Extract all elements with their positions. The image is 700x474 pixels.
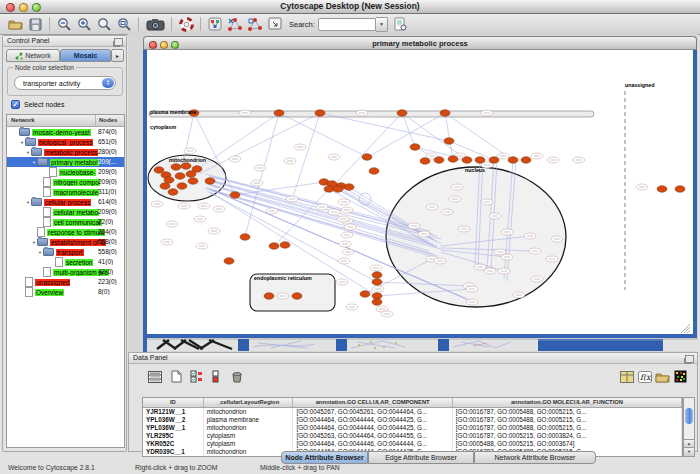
- tree-row-label: macromolecule: [53, 189, 99, 196]
- status-pan-hint: Middle-click + drag to PAN: [260, 464, 340, 471]
- network-tree-row[interactable]: ▼primary metabol209(...: [7, 157, 124, 167]
- folder-icon: [25, 138, 36, 146]
- table-row[interactable]: YKR052Ccytoplasm[GO:0044464, GO:0044446,…: [143, 440, 682, 448]
- save-icon[interactable]: [26, 16, 44, 33]
- file-icon: [43, 177, 51, 187]
- folder-icon: [43, 248, 54, 256]
- table-cell: [GO:0045263, GO:0044464, GO:0044455, G..…: [293, 432, 452, 440]
- select-attributes-icon[interactable]: [189, 369, 204, 384]
- status-bar: Welcome to Cytoscape 2.8.1 Right-click +…: [0, 462, 700, 474]
- zoom-in-icon[interactable]: [75, 16, 93, 33]
- more-tabs-arrow-icon[interactable]: ►: [111, 49, 124, 62]
- tree-row-label: secretion: [65, 259, 93, 266]
- tree-row-node-count: 874(0): [98, 128, 125, 135]
- attribute-table[interactable]: ID_cellularLayoutRegionannotation.GO CEL…: [142, 397, 683, 457]
- table-row[interactable]: YPL036W__2plasma membrane[GO:0044464, GO…: [143, 416, 682, 424]
- network-desktop: primary metabolic process plasma membran…: [128, 34, 698, 352]
- tab-mosaic[interactable]: Mosaic: [60, 49, 111, 62]
- help-lifesaver-icon[interactable]: [177, 16, 195, 33]
- select-nodes-label: Select nodes: [24, 101, 64, 108]
- network-tree-row[interactable]: nucleobase-209(0): [7, 167, 124, 177]
- table-cell: [GO:0045267, GO:0045261, GO:0044464, G..…: [293, 408, 452, 416]
- tree-row-node-count: 209(0): [98, 178, 125, 185]
- zoom-fit-icon[interactable]: [115, 16, 133, 33]
- network-tree-row[interactable]: ▼biological_process651(0): [7, 137, 124, 147]
- zoom-out-icon[interactable]: [55, 16, 73, 33]
- annotation-icon[interactable]: [266, 16, 284, 33]
- network-tree-row[interactable]: unassigned223(0): [7, 277, 124, 287]
- window-title: Cytoscape Desktop (New Session): [0, 1, 700, 11]
- data-panel-float-icon[interactable]: [685, 355, 694, 363]
- network-tree-row[interactable]: ▼cellular process614(0): [7, 197, 124, 207]
- node-color-combobox[interactable]: transporter activity ▲▼: [14, 76, 116, 90]
- network-tree-row[interactable]: ▼establishment of lo558(0): [7, 237, 124, 247]
- tree-row-label: mosaic-demo-yeast: [32, 129, 91, 136]
- data-panel: Data Panel f(x) ID_cellularLayoutRegiona…: [128, 352, 698, 452]
- table-scrollbar[interactable]: ▲ ▼: [683, 397, 695, 457]
- import-attributes-icon[interactable]: [655, 369, 670, 384]
- status-zoom-hint: Right-click + drag to ZOOM: [135, 464, 218, 471]
- table-cell: [GO:0016787, GO:0005488, GO:0005215, G..…: [453, 408, 682, 416]
- network-tree-row[interactable]: nitrogen compo209(0): [7, 177, 124, 187]
- tree-row-node-count: 209(0): [98, 168, 125, 175]
- window-titlebar: Cytoscape Desktop (New Session): [0, 0, 700, 14]
- network-tree-row[interactable]: secretion41(0): [7, 257, 124, 267]
- tab-network[interactable]: Network: [6, 49, 60, 62]
- control-panel-title: Control Panel: [7, 37, 49, 44]
- column-header[interactable]: annotation.GO MOLECULAR_FUNCTION: [453, 398, 682, 407]
- attribute-table-header[interactable]: ID_cellularLayoutRegionannotation.GO CEL…: [143, 398, 682, 408]
- network-tree-row[interactable]: response to stimulu264(0): [7, 227, 124, 237]
- search-input[interactable]: [318, 18, 376, 31]
- table-cell: mitochondrion: [204, 408, 294, 416]
- tree-row-label: nitrogen compo: [53, 179, 100, 186]
- tree-row-label: Overview: [35, 289, 64, 296]
- network-tree-row[interactable]: multi-organism pro42(0): [7, 267, 124, 277]
- tree-row-node-count: 280(0): [98, 148, 125, 155]
- unselect-attributes-icon[interactable]: [209, 369, 224, 384]
- attribute-table-icon[interactable]: [619, 369, 634, 384]
- network-tree-row[interactable]: Overview8(0): [7, 287, 124, 297]
- network-tree-row[interactable]: ▼transport558(0): [7, 247, 124, 257]
- column-header[interactable]: _cellularLayoutRegion: [204, 398, 294, 407]
- search-config-icon[interactable]: [392, 16, 410, 33]
- attribute-grid-icon[interactable]: [147, 369, 162, 384]
- select-nodes-checkbox[interactable]: ✓: [11, 100, 20, 109]
- snapshot-camera-icon[interactable]: [144, 16, 166, 33]
- open-file-icon[interactable]: [6, 16, 24, 33]
- scrollbar-thumb[interactable]: [685, 408, 693, 424]
- control-panel: Control Panel Network Mosaic ► Node colo…: [2, 35, 127, 452]
- table-cell: mitochondrion: [204, 448, 294, 456]
- table-cell: YKR052C: [143, 440, 204, 448]
- network-tree-row[interactable]: macromolecule311(0): [7, 187, 124, 197]
- network-from-selected-icon[interactable]: [226, 16, 244, 33]
- network-canvas[interactable]: plasma membranecytoplasmmitochondrionnuc…: [147, 50, 693, 334]
- table-row[interactable]: YPL036W__1mitochondrion[GO:0044464, GO:0…: [143, 424, 682, 432]
- search-dropdown-arrow-icon[interactable]: ▼: [376, 17, 388, 32]
- vizmapper-icon[interactable]: [206, 16, 224, 33]
- table-row[interactable]: YJR121W__1mitochondrion[GO:0045267, GO:0…: [143, 408, 682, 416]
- column-header[interactable]: ID: [143, 398, 204, 407]
- function-builder-icon[interactable]: f(x): [637, 369, 652, 384]
- background-windows-strip[interactable]: [143, 338, 698, 352]
- table-cell: [GO:0044464, GO:0044444, GO:0044425, G..…: [293, 416, 452, 424]
- matrix-heatmap-icon[interactable]: [673, 369, 688, 384]
- network-tree-row[interactable]: ▼metabolic process280(0): [7, 147, 124, 157]
- delete-attribute-icon[interactable]: [229, 369, 244, 384]
- combobox-stepper-icon[interactable]: ▲▼: [102, 78, 114, 88]
- table-row[interactable]: YLR295Ccytoplasm[GO:0045263, GO:0044464,…: [143, 432, 682, 440]
- network-tree-rows: mosaic-demo-yeast874(0)▼biological_proce…: [7, 127, 124, 297]
- float-panel-icon[interactable]: [114, 38, 123, 46]
- file-icon: [25, 277, 33, 287]
- network-tree-row[interactable]: cell communicat22(0): [7, 217, 124, 227]
- network-tree-row[interactable]: mosaic-demo-yeast874(0): [7, 127, 124, 137]
- zoom-selected-icon[interactable]: [95, 16, 113, 33]
- network-view-titlebar[interactable]: primary metabolic process: [143, 36, 697, 50]
- column-header[interactable]: annotation.GO CELLULAR_COMPONENT: [293, 398, 452, 407]
- node-color-selection-group: Node color selection transporter activit…: [7, 67, 123, 96]
- network-tree-row[interactable]: cellular metabo209(0): [7, 207, 124, 217]
- tree-row-label: cell communicat: [53, 219, 102, 226]
- new-attribute-icon[interactable]: [169, 369, 184, 384]
- table-cell: [GO:0016787, GO:0005488, GO:0005215, G..…: [453, 424, 682, 432]
- network-from-file-icon[interactable]: [246, 16, 264, 33]
- scroll-down-icon[interactable]: ▼: [684, 447, 694, 456]
